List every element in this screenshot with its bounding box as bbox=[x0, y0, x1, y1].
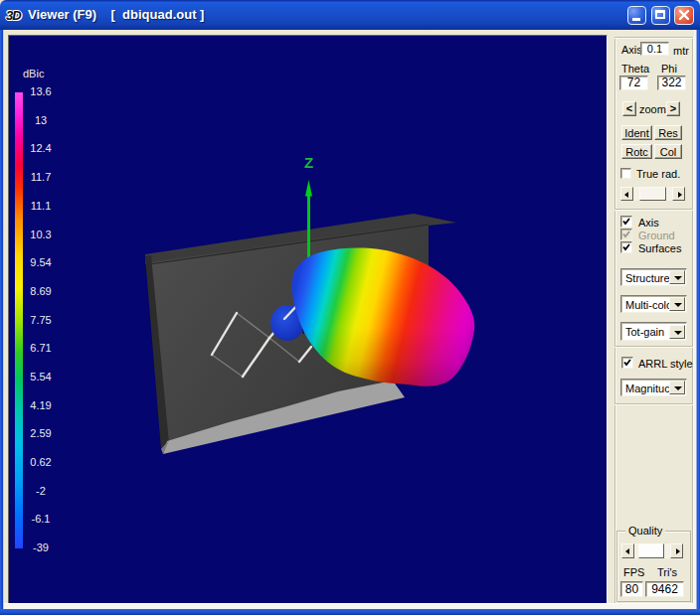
svg-text:-2: -2 bbox=[36, 485, 46, 497]
svg-text:8.69: 8.69 bbox=[30, 285, 51, 297]
svg-text:6.71: 6.71 bbox=[30, 342, 51, 354]
svg-text:13: 13 bbox=[35, 114, 47, 126]
svg-text:11.7: 11.7 bbox=[31, 171, 52, 183]
svg-text:10.3: 10.3 bbox=[30, 229, 51, 240]
svg-text:dBic: dBic bbox=[23, 68, 45, 79]
svg-text:-6.1: -6.1 bbox=[32, 513, 51, 525]
svg-text:12.4: 12.4 bbox=[30, 142, 51, 154]
svg-text:0.62: 0.62 bbox=[30, 456, 51, 468]
svg-text:2.59: 2.59 bbox=[30, 427, 51, 439]
svg-text:4.19: 4.19 bbox=[30, 399, 51, 411]
svg-text:7.75: 7.75 bbox=[30, 314, 51, 326]
svg-text:11.1: 11.1 bbox=[31, 200, 52, 212]
svg-text:Z: Z bbox=[304, 154, 313, 171]
svg-text:13.6: 13.6 bbox=[30, 85, 51, 97]
svg-text:9.54: 9.54 bbox=[30, 256, 51, 268]
svg-text:5.54: 5.54 bbox=[30, 371, 51, 383]
svg-text:-39: -39 bbox=[33, 541, 49, 553]
